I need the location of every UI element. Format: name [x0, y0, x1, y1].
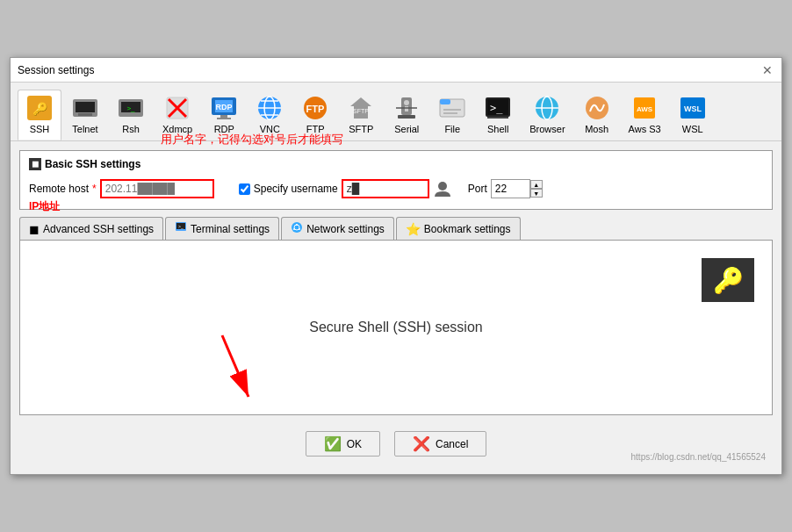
port-label: Port — [468, 183, 487, 195]
svg-text:>_: >_ — [490, 102, 503, 114]
bookmark-tab-label: Bookmark settings — [424, 223, 511, 235]
tabs-header: ◼ Advanced SSH settings >_ Terminal sett… — [19, 217, 773, 240]
cancel-button[interactable]: ❌ Cancel — [394, 431, 486, 457]
ok-button[interactable]: ✅ OK — [306, 431, 380, 457]
remote-host-label: Remote host — [29, 183, 89, 195]
ok-label: OK — [347, 438, 362, 450]
user-avatar-icon — [433, 179, 452, 198]
toolbar-browser[interactable]: Browser — [522, 90, 572, 140]
awss3-label: Aws S3 — [629, 124, 661, 134]
rsh-label: Rsh — [122, 124, 140, 134]
vnc-icon — [256, 94, 284, 122]
toolbar-mosh[interactable]: Mosh — [575, 90, 619, 140]
key-icon-box: 🔑 — [702, 258, 754, 302]
svg-text:🔑: 🔑 — [32, 102, 48, 117]
svg-rect-3 — [76, 102, 95, 112]
ssh-label: SSH — [30, 124, 50, 134]
tab-advanced-ssh[interactable]: ◼ Advanced SSH settings — [19, 217, 163, 240]
serial-icon — [392, 94, 421, 122]
remote-host-input[interactable] — [100, 179, 214, 198]
svg-point-53 — [299, 228, 300, 230]
toolbar-shell[interactable]: >_ Shell — [476, 90, 520, 140]
serial-label: Serial — [394, 124, 419, 134]
svg-point-52 — [296, 224, 298, 226]
title-bar: Session settings ✕ — [11, 58, 781, 83]
key-icon: 🔑 — [713, 266, 744, 295]
basic-ssh-section: ◼ Basic SSH settings 用户名字，记得勾选对号后才能填写 Re… — [19, 150, 773, 210]
content-area: ◼ Basic SSH settings 用户名字，记得勾选对号后才能填写 Re… — [11, 141, 781, 474]
rdp-icon: RDP — [210, 94, 238, 122]
terminal-tab-label: Terminal settings — [191, 223, 270, 235]
tabs-section: ◼ Advanced SSH settings >_ Terminal sett… — [19, 217, 773, 415]
toolbar-file[interactable]: File — [430, 90, 474, 140]
svg-line-56 — [222, 335, 248, 397]
ssh-session-text: Secure Shell (SSH) session — [309, 320, 482, 335]
terminal-tab-icon: >_ — [175, 221, 187, 236]
toolbar: 🔑 SSH Telnet >_ — [11, 83, 781, 141]
port-down-button[interactable]: ▼ — [530, 189, 543, 198]
network-tab-icon — [291, 221, 303, 236]
port-input[interactable]: 22 — [491, 179, 530, 198]
session-settings-window: Session settings ✕ 🔑 SSH Telne — [10, 57, 782, 475]
svg-rect-13 — [220, 115, 227, 118]
awss3-icon: AWS — [630, 94, 659, 122]
toolbar-wsl[interactable]: WSL WSL — [671, 90, 715, 140]
username-hint-annotation: 用户名字，记得勾选对号后才能填写 — [161, 132, 343, 147]
specify-username-checkbox[interactable] — [239, 183, 250, 195]
tab-content-area: Secure Shell (SSH) session 🔑 — [19, 240, 773, 415]
specify-username-label[interactable]: Specify username — [254, 183, 338, 195]
wsl-icon: WSL — [679, 94, 707, 122]
section-title: ◼ Basic SSH settings — [29, 158, 763, 170]
svg-text:WSL: WSL — [684, 104, 702, 113]
svg-rect-28 — [405, 106, 408, 111]
tab-bookmark[interactable]: ⭐ Bookmark settings — [396, 217, 521, 240]
tab-terminal[interactable]: >_ Terminal settings — [165, 217, 279, 240]
ip-label-annotation: IP地址 — [29, 199, 60, 214]
toolbar-ssh[interactable]: 🔑 SSH — [18, 90, 61, 140]
telnet-icon — [71, 94, 99, 122]
cancel-label: Cancel — [436, 438, 468, 450]
browser-label: Browser — [529, 124, 565, 134]
toolbar-awss3[interactable]: AWS Aws S3 — [621, 90, 669, 140]
sftp-icon: SFTP — [347, 94, 375, 122]
buttons-container: ✅ OK ❌ Cancel https://blog.csdn.net/qq_4… — [19, 422, 773, 465]
shell-label: Shell — [487, 124, 508, 134]
advanced-ssh-tab-icon: ◼ — [29, 222, 40, 236]
sftp-label: SFTP — [349, 124, 373, 134]
toolbar-rsh[interactable]: >_ Rsh — [109, 90, 153, 140]
bookmark-tab-icon: ⭐ — [406, 222, 421, 236]
port-spinner: ▲ ▼ — [530, 180, 543, 198]
arrow-annotation — [196, 327, 301, 414]
network-tab-label: Network settings — [306, 223, 385, 235]
file-icon — [438, 94, 466, 122]
port-up-button[interactable]: ▲ — [530, 180, 543, 189]
svg-point-54 — [293, 228, 295, 230]
svg-text:SFTP: SFTP — [353, 108, 369, 114]
svg-text:AWS: AWS — [637, 105, 653, 113]
username-group: Specify username — [239, 179, 452, 198]
watermark: https://blog.csdn.net/qq_41565524 — [631, 452, 766, 462]
ok-icon: ✅ — [324, 435, 342, 452]
username-input[interactable] — [342, 179, 429, 198]
telnet-label: Telnet — [72, 124, 97, 134]
svg-rect-4 — [78, 113, 92, 116]
ftp-icon: FTP — [301, 94, 329, 122]
file-label: File — [444, 124, 460, 134]
section-icon: ◼ — [29, 158, 41, 170]
advanced-ssh-tab-label: Advanced SSH settings — [43, 223, 154, 235]
toolbar-serial[interactable]: Serial — [385, 90, 428, 140]
svg-point-50 — [292, 222, 302, 233]
svg-text:>_: >_ — [178, 224, 184, 229]
svg-rect-14 — [217, 118, 231, 119]
toolbar-telnet[interactable]: Telnet — [63, 90, 107, 140]
svg-rect-26 — [398, 115, 415, 119]
tab-network[interactable]: Network settings — [281, 217, 394, 240]
section-title-text: Basic SSH settings — [45, 158, 140, 170]
ssh-icon: 🔑 — [25, 94, 54, 122]
remote-host-group: Remote host * IP地址 — [29, 179, 214, 198]
close-button[interactable]: ✕ — [760, 63, 774, 77]
svg-text:FTP: FTP — [306, 104, 325, 114]
mosh-icon — [583, 94, 611, 122]
wsl-label: WSL — [682, 124, 703, 134]
toolbar-sftp[interactable]: SFTP SFTP — [339, 90, 383, 140]
